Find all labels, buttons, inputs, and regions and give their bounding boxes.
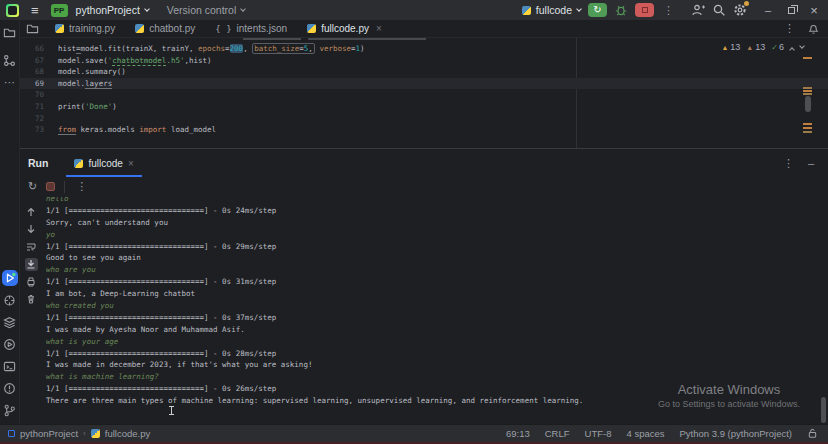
file-encoding[interactable]: UTF-8 bbox=[585, 428, 612, 439]
python-file-icon bbox=[307, 24, 316, 33]
more-actions-icon[interactable]: ⋮ bbox=[661, 4, 676, 17]
run-config-selector[interactable]: fullcode bbox=[522, 4, 581, 16]
run-tool-window: Run fullcode × ⋮ – ↻ ⋮ bbox=[20, 148, 828, 424]
structure-icon[interactable] bbox=[2, 52, 18, 68]
inspections-widget[interactable]: ▲13 ▲13 ✓6 bbox=[721, 42, 804, 52]
run-tab-fullcode[interactable]: fullcode × bbox=[66, 149, 141, 177]
version-control-selector[interactable]: Version control bbox=[167, 4, 245, 16]
project-icon bbox=[8, 430, 15, 437]
console-line: 1/1 [==============================] - 0… bbox=[46, 348, 806, 360]
tab-fullcode-py[interactable]: fullcode.py × bbox=[297, 20, 392, 38]
settings-gear-icon[interactable] bbox=[733, 3, 747, 17]
console-line: I was made by Ayesha Noor and Muhammad A… bbox=[46, 324, 806, 336]
tab-training-py[interactable]: training.py bbox=[45, 20, 125, 38]
window-restore-button[interactable] bbox=[783, 4, 799, 16]
code-line[interactable]: 68model.summary() bbox=[20, 66, 828, 78]
pycharm-logo-icon bbox=[6, 4, 19, 17]
python-file-icon bbox=[55, 24, 64, 33]
code-line[interactable]: 69model.layers bbox=[20, 78, 828, 90]
console-line: who are you bbox=[46, 264, 806, 276]
rerun-icon[interactable]: ↻ bbox=[28, 180, 37, 193]
soft-wrap-icon[interactable] bbox=[25, 240, 38, 253]
breadcrumb[interactable]: pythonProject › fullcode.py bbox=[8, 428, 150, 439]
console-line: Good to see you again bbox=[46, 252, 806, 264]
jump-down-icon[interactable] bbox=[25, 223, 38, 236]
run-anything-icon[interactable] bbox=[2, 336, 18, 352]
stop-button[interactable] bbox=[635, 3, 654, 17]
line-number: 73 bbox=[20, 124, 44, 136]
interpreter[interactable]: Python 3.9 (pythonProject) bbox=[680, 428, 792, 439]
error-stripe[interactable] bbox=[802, 38, 812, 148]
services-layers-icon[interactable] bbox=[2, 314, 18, 330]
main-menu-icon[interactable]: ≡ bbox=[27, 4, 43, 17]
more-tool-windows-icon[interactable]: ⋯ bbox=[2, 74, 18, 90]
editor-tab-bar: training.py chatbot.py { } intents.json … bbox=[20, 20, 828, 38]
console-line: hello bbox=[46, 197, 806, 205]
scroll-to-end-icon[interactable] bbox=[25, 258, 38, 271]
typos-count: ✓6 bbox=[771, 42, 784, 52]
line-ending[interactable]: CRLF bbox=[545, 428, 570, 439]
window-minimize-button[interactable]: – bbox=[760, 4, 776, 16]
folder-icon[interactable] bbox=[26, 22, 39, 35]
window-close-button[interactable]: × bbox=[806, 3, 822, 18]
close-run-tab-icon[interactable]: × bbox=[128, 158, 134, 169]
tab-options-icon[interactable]: ⋮ bbox=[782, 22, 797, 35]
run-panel-options-icon[interactable]: ⋮ bbox=[781, 157, 796, 170]
python-packages-icon[interactable] bbox=[2, 292, 18, 308]
run-panel-title: Run bbox=[28, 157, 48, 169]
cursor-position[interactable]: 69:13 bbox=[506, 428, 530, 439]
console-scrollbar-thumb[interactable] bbox=[821, 397, 826, 423]
close-tab-icon[interactable]: × bbox=[376, 23, 382, 34]
rerun-button[interactable]: ↻ bbox=[588, 3, 607, 17]
divider bbox=[64, 181, 65, 193]
unlock-icon[interactable] bbox=[807, 428, 818, 439]
text-cursor bbox=[168, 406, 175, 415]
code-line[interactable]: 70 bbox=[20, 89, 828, 101]
editor-scrollbar-thumb[interactable] bbox=[805, 96, 811, 112]
run-console[interactable]: hello1/1 [==============================… bbox=[20, 197, 828, 425]
breadcrumb-separator: › bbox=[83, 429, 86, 438]
console-output: hello1/1 [==============================… bbox=[46, 197, 806, 407]
tab-intents-json[interactable]: { } intents.json bbox=[205, 20, 297, 38]
tab-chatbot-py[interactable]: chatbot.py bbox=[125, 20, 205, 38]
jump-up-icon[interactable] bbox=[25, 205, 38, 218]
python-file-icon bbox=[522, 6, 531, 15]
print-icon[interactable] bbox=[25, 275, 38, 288]
terminal-icon[interactable] bbox=[2, 358, 18, 374]
chevron-down-icon bbox=[144, 6, 150, 12]
indent-setting[interactable]: 4 spaces bbox=[626, 428, 664, 439]
problems-icon[interactable] bbox=[2, 380, 18, 396]
console-options-icon[interactable]: ⋮ bbox=[74, 180, 89, 193]
run-panel-header: Run fullcode × ⋮ – bbox=[20, 149, 828, 177]
weak-warning-icon: ▲ bbox=[746, 44, 753, 51]
warning-icon: ▲ bbox=[721, 44, 728, 51]
console-line: who created you bbox=[46, 300, 806, 312]
code-line[interactable]: 71print('Done') bbox=[20, 101, 828, 113]
chevron-down-icon bbox=[576, 6, 582, 12]
console-line: 1/1 [==============================] - 0… bbox=[46, 205, 806, 217]
line-number: 67 bbox=[20, 55, 44, 67]
run-tool-window-icon[interactable] bbox=[2, 270, 18, 286]
hide-panel-icon[interactable]: – bbox=[808, 157, 814, 169]
code-editor[interactable]: 66hist=model.fit(trainX, trainY, epochs=… bbox=[20, 38, 828, 148]
prev-problem-icon[interactable] bbox=[790, 42, 794, 52]
search-icon[interactable] bbox=[712, 3, 726, 17]
project-selector[interactable]: pythonProject bbox=[76, 4, 149, 16]
git-branch-icon[interactable] bbox=[2, 402, 18, 418]
code-line[interactable]: 66hist=model.fit(trainX, trainY, epochs=… bbox=[20, 43, 828, 55]
status-bar: pythonProject › fullcode.py 69:13 CRLF U… bbox=[0, 424, 828, 444]
code-line[interactable]: 72 bbox=[20, 113, 828, 125]
code-line[interactable]: 73from keras.models import load_model bbox=[20, 124, 828, 136]
code-line[interactable]: 67model.save('chatbotmodel.h5',hist) bbox=[20, 55, 828, 67]
notifications-bell-icon[interactable] bbox=[807, 22, 820, 35]
project-avatar: PP bbox=[51, 4, 68, 17]
debug-bug-icon[interactable] bbox=[614, 3, 628, 17]
project-folder-icon[interactable] bbox=[2, 24, 18, 40]
line-number: 72 bbox=[20, 113, 44, 125]
pycharm-window: ≡ PP pythonProject Version control fullc… bbox=[0, 0, 828, 444]
code-with-me-user-icon[interactable] bbox=[691, 3, 705, 17]
python-file-icon bbox=[91, 429, 100, 438]
json-file-icon: { } bbox=[215, 24, 231, 34]
clear-console-icon[interactable] bbox=[25, 293, 38, 306]
console-line: 1/1 [==============================] - 0… bbox=[46, 241, 806, 253]
